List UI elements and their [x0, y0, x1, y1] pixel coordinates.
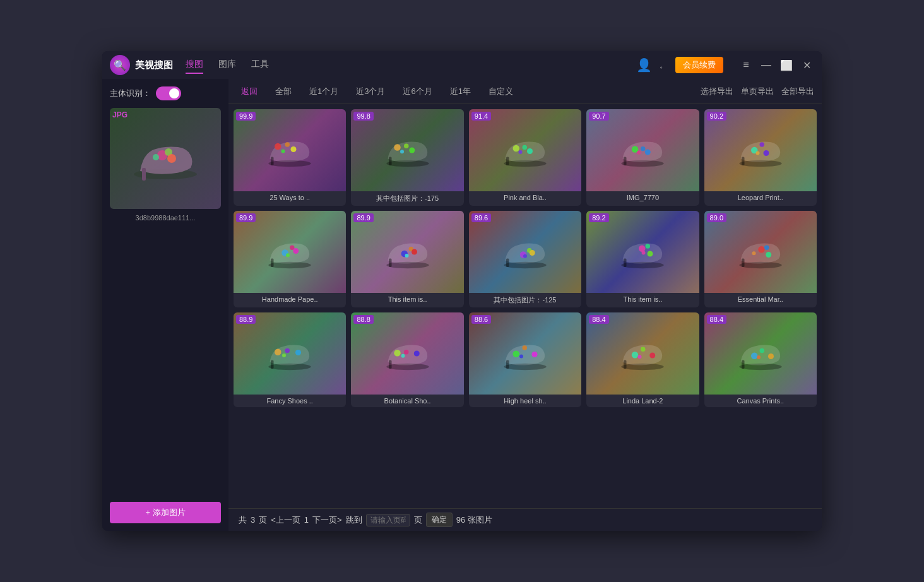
score-badge: 90.2 — [707, 112, 726, 121]
card-image — [351, 211, 463, 293]
image-card[interactable]: 89.6 其中包括图片：-125 — [469, 211, 581, 307]
preview-image-container: JPG — [110, 108, 221, 209]
svg-point-69 — [295, 350, 301, 355]
card-image — [704, 211, 817, 293]
image-card[interactable]: 99.8 其中包括图片：-175 — [351, 109, 463, 206]
card-image — [469, 312, 581, 395]
card-image — [234, 109, 346, 191]
svg-point-70 — [282, 353, 286, 357]
export-buttons: 选择导出 单页导出 全部导出 — [701, 86, 814, 97]
score-badge: 89.9 — [353, 213, 373, 222]
card-image — [586, 109, 699, 191]
maximize-button[interactable]: ⬜ — [779, 57, 794, 73]
image-card[interactable]: 88.4 Canvas Prints.. — [704, 312, 817, 407]
svg-rect-65 — [742, 259, 745, 268]
svg-rect-29 — [624, 157, 627, 166]
filter-back[interactable]: 返回 — [236, 84, 263, 99]
score-badge: 89.2 — [589, 213, 608, 222]
svg-rect-5 — [142, 168, 146, 181]
card-label: 其中包括图片：-175 — [351, 191, 463, 206]
main-content: 主体识别： JPG — [102, 79, 822, 531]
svg-rect-89 — [624, 360, 627, 369]
svg-point-76 — [401, 354, 405, 358]
svg-point-32 — [759, 142, 764, 147]
svg-point-73 — [394, 350, 401, 357]
svg-point-46 — [405, 254, 408, 258]
page-jump-input[interactable] — [366, 514, 410, 526]
svg-point-64 — [752, 251, 755, 255]
filter-3months[interactable]: 近3个月 — [351, 84, 390, 99]
card-label: High heel sh.. — [469, 395, 581, 407]
nav-item-search[interactable]: 搜图 — [186, 56, 203, 74]
image-card[interactable]: 88.4 Linda Land-2 — [586, 312, 699, 407]
card-image — [351, 312, 463, 395]
filter-custom[interactable]: 自定义 — [483, 84, 518, 99]
svg-point-33 — [763, 150, 769, 156]
card-label: Essential Mar.. — [704, 293, 817, 306]
nav-menu: 搜图 图库 工具 — [186, 56, 269, 74]
image-card[interactable]: 91.4 Pink and Bla.. — [469, 109, 581, 206]
image-card[interactable]: 90.2 Leopard Print.. — [704, 109, 817, 206]
content-area: 返回 全部 近1个月 近3个月 近6个月 近1年 自定义 选择导出 单页导出 全… — [228, 79, 822, 531]
nav-item-tools[interactable]: 工具 — [251, 56, 269, 74]
image-card[interactable]: 88.6 High heel sh.. — [469, 312, 581, 407]
svg-point-94 — [757, 355, 761, 359]
card-label: Leopard Print.. — [704, 191, 817, 204]
preview-shoe-image — [110, 108, 221, 209]
score-badge: 88.8 — [353, 315, 373, 324]
jump-label: 跳到 — [346, 514, 362, 526]
image-card[interactable]: 89.9 Handmade Pape.. — [234, 211, 346, 307]
svg-point-15 — [409, 148, 415, 153]
minimize-button[interactable]: — — [759, 57, 774, 73]
filter-6months[interactable]: 近6个月 — [398, 84, 437, 99]
logo-area: 🔍 美视搜图 — [110, 55, 173, 75]
total-pages-count: 3 — [251, 515, 255, 525]
image-card[interactable]: 99.9 25 Ways to .. — [234, 109, 346, 206]
svg-point-34 — [755, 151, 759, 155]
filter-1month[interactable]: 近1个月 — [304, 84, 343, 99]
prev-page-btn[interactable]: <上一页 — [271, 514, 300, 526]
image-card[interactable]: 88.9 Fancy Shoes .. — [234, 312, 346, 407]
svg-point-61 — [758, 246, 765, 253]
confirm-jump-btn[interactable]: 确定 — [426, 513, 453, 527]
svg-point-13 — [394, 144, 401, 151]
user-dot: 。 — [660, 59, 668, 71]
total-pages-label: 共 — [239, 514, 247, 526]
close-button[interactable]: ✕ — [799, 57, 814, 73]
filter-all[interactable]: 全部 — [270, 84, 297, 99]
all-export-btn[interactable]: 全部导出 — [781, 86, 814, 97]
svg-point-19 — [512, 145, 519, 152]
card-image — [469, 109, 581, 191]
single-export-btn[interactable]: 单页导出 — [741, 86, 774, 97]
svg-rect-11 — [271, 157, 274, 166]
user-icon[interactable]: 👤 — [636, 57, 652, 73]
card-label: Handmade Pape.. — [234, 293, 346, 306]
select-export-btn[interactable]: 选择导出 — [701, 86, 733, 97]
svg-point-63 — [766, 252, 771, 258]
filter-1year[interactable]: 近1年 — [445, 84, 476, 99]
menu-button[interactable]: ≡ — [738, 57, 754, 73]
svg-point-57 — [648, 251, 653, 257]
image-card[interactable]: 89.9 This item is.. — [351, 211, 463, 307]
svg-point-92 — [759, 348, 764, 353]
svg-point-22 — [518, 150, 522, 154]
image-card[interactable]: 89.0 Essential Mar.. — [704, 211, 817, 307]
svg-point-9 — [291, 146, 297, 152]
image-card[interactable]: 88.8 Botanical Sho.. — [351, 312, 463, 407]
add-image-button[interactable]: + 添加图片 — [110, 502, 221, 523]
svg-rect-83 — [506, 360, 509, 369]
image-card[interactable]: 89.2 This item is.. — [586, 211, 699, 307]
vip-button[interactable]: 会员续费 — [675, 57, 723, 73]
card-image — [234, 312, 346, 395]
svg-point-20 — [522, 145, 527, 150]
subject-toggle[interactable] — [156, 86, 181, 100]
svg-point-14 — [404, 144, 409, 149]
svg-point-75 — [413, 351, 419, 357]
score-badge: 89.9 — [236, 213, 256, 222]
svg-point-26 — [641, 146, 646, 151]
svg-point-86 — [641, 347, 646, 352]
nav-item-gallery[interactable]: 图库 — [218, 56, 236, 74]
svg-point-55 — [639, 246, 646, 252]
next-page-btn[interactable]: 下一页> — [312, 514, 342, 526]
image-card[interactable]: 90.7 IMG_7770 — [586, 109, 699, 206]
